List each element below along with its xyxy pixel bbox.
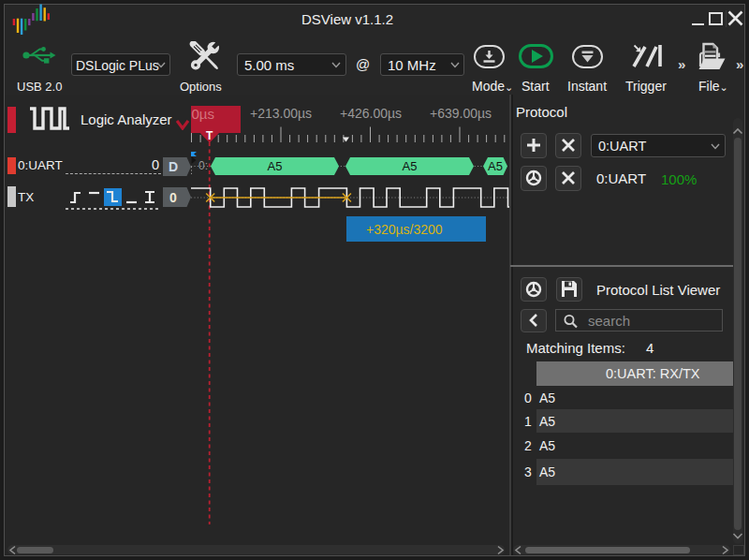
svg-text:D: D [169,159,178,174]
svg-text:0:: 0: [198,159,208,172]
svg-text:A5: A5 [488,159,503,173]
svg-text:0: 0 [169,190,177,205]
svg-text:A5: A5 [403,159,418,173]
svg-text:A5: A5 [268,159,283,173]
